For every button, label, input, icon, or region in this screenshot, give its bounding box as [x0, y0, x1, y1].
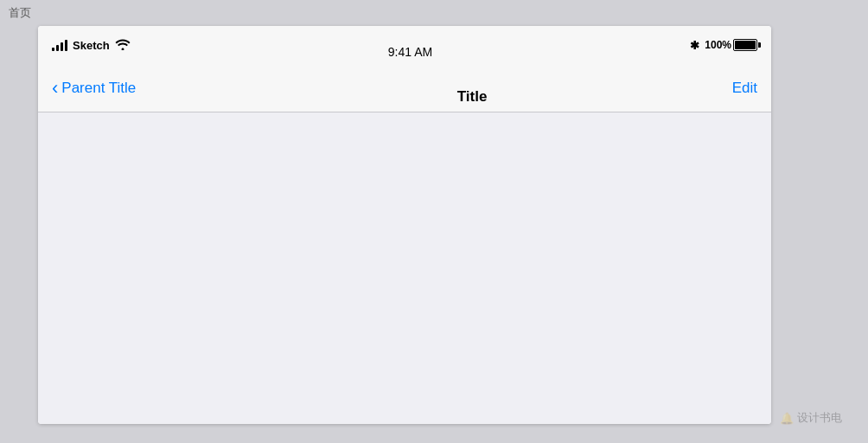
edit-button[interactable]: Edit: [732, 80, 757, 97]
battery-percent: 100%: [705, 39, 731, 51]
back-button[interactable]: ‹ Parent Title: [52, 79, 136, 98]
nav-bar: ‹ Parent Title Title Edit: [38, 64, 771, 112]
iphone-frame: Sketch 9:41 AM ✱ 100%: [38, 26, 771, 424]
watermark-text: 设计书电: [797, 410, 842, 426]
signal-bar-2: [56, 45, 59, 51]
signal-bars-icon: [52, 39, 67, 51]
battery-icon: [733, 39, 757, 51]
watermark: 🔔 设计书电: [780, 410, 842, 426]
status-right: ✱ 100%: [690, 39, 757, 52]
status-left: Sketch: [52, 38, 131, 53]
bluetooth-icon: ✱: [690, 39, 699, 52]
nav-title: Title: [457, 88, 488, 106]
watermark-icon: 🔔: [780, 412, 794, 425]
battery-fill: [735, 41, 756, 49]
signal-bar-4: [65, 40, 67, 51]
back-label: Parent Title: [61, 80, 136, 97]
chevron-left-icon: ‹: [52, 79, 58, 98]
battery-container: 100%: [705, 39, 757, 51]
content-area: [38, 112, 771, 424]
mac-background: 首页 Sketch: [0, 0, 868, 443]
signal-bar-1: [52, 48, 54, 51]
status-time: 9:41 AM: [388, 45, 432, 59]
breadcrumb: 首页: [0, 0, 868, 26]
status-bar: Sketch 9:41 AM ✱ 100%: [38, 26, 771, 64]
wifi-icon: [115, 38, 131, 53]
signal-bar-3: [61, 42, 63, 51]
carrier-label: Sketch: [73, 39, 110, 52]
